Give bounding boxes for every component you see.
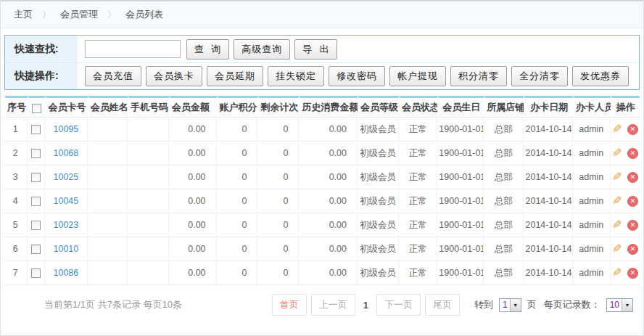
quick-search-input[interactable]: [85, 40, 181, 58]
quick-action-button[interactable]: 发优惠券: [572, 66, 629, 86]
cell-points: 0: [217, 237, 258, 261]
card-number-link[interactable]: 10086: [54, 268, 79, 278]
cell-phone: [128, 189, 169, 213]
cell-operator: admin: [573, 213, 611, 237]
quick-action-button[interactable]: 会员换卡: [146, 66, 202, 86]
edit-icon[interactable]: ✎: [612, 267, 622, 279]
cell-store: 总部: [484, 237, 524, 261]
card-number-link[interactable]: 10023: [54, 220, 79, 230]
cell-birthday: 1900-01-01: [437, 237, 484, 261]
goto-label: 转到: [474, 298, 493, 311]
delete-icon[interactable]: ✕: [627, 220, 638, 231]
row-checkbox[interactable]: [31, 197, 41, 206]
quick-action-button[interactable]: 挂失锁定: [268, 66, 324, 86]
cell-level: 初级会员: [358, 213, 399, 237]
delete-icon[interactable]: ✕: [627, 196, 638, 207]
search-action-button[interactable]: 导 出: [294, 39, 337, 60]
delete-icon[interactable]: ✕: [627, 268, 638, 279]
search-action-button[interactable]: 高级查询: [234, 39, 290, 60]
card-number-link[interactable]: 10045: [54, 196, 79, 206]
quick-action-button[interactable]: 会员延期: [207, 66, 263, 86]
member-table: 序号会员卡号会员姓名手机号码会员金额账户积分剩余计次历史消费金额会员等级会员状态…: [4, 96, 640, 285]
table-row: 7100860.00000.00初级会员正常1900-01-01总部2014-1…: [4, 261, 640, 285]
card-number-link[interactable]: 10025: [54, 172, 79, 182]
cell-name: [88, 142, 128, 165]
delete-icon[interactable]: ✕: [627, 172, 638, 183]
last-page-button[interactable]: 尾页: [425, 294, 460, 316]
select-all-checkbox[interactable]: [32, 104, 41, 113]
edit-icon[interactable]: ✎: [612, 243, 622, 255]
cell-birthday: 1900-01-01: [437, 189, 484, 213]
breadcrumb-item[interactable]: 会员管理: [60, 8, 98, 21]
col-header-card: 会员卡号: [45, 96, 88, 118]
quick-action-button[interactable]: 会员充值: [85, 66, 141, 86]
quick-action-button[interactable]: 积分清零: [450, 66, 507, 86]
card-number-link[interactable]: 10068: [54, 148, 79, 158]
cell-history: 0.00: [299, 118, 358, 142]
cell-points: 0: [217, 165, 258, 189]
cell-operator: admin: [573, 165, 611, 189]
cell-phone: [128, 142, 169, 165]
table-footer: 当前第1/1页 共7条记录 每页10条 首页 上一页 1 下一页 尾页 转到 1…: [4, 294, 635, 316]
breadcrumb-separator: 〉: [107, 9, 116, 21]
chevron-down-icon: ▼: [510, 299, 521, 311]
cell-name: [88, 237, 128, 261]
cell-history: 0.00: [299, 261, 358, 285]
cell-birthday: 1900-01-01: [437, 213, 484, 237]
pagesize-select[interactable]: 10 ▼: [606, 298, 633, 312]
quick-search-label: 快速查找:: [5, 36, 78, 62]
row-checkbox[interactable]: [31, 149, 41, 158]
cell-times: 0: [257, 237, 299, 261]
cell-birthday: 1900-01-01: [437, 142, 484, 165]
cell-name: [88, 213, 128, 237]
edit-icon[interactable]: ✎: [612, 219, 622, 231]
col-header-history: 历史消费金额: [299, 96, 358, 118]
delete-icon[interactable]: ✕: [627, 124, 638, 135]
cell-open_date: 2014-10-14: [524, 261, 572, 285]
row-checkbox[interactable]: [31, 221, 41, 230]
pagination: 首页 上一页 1 下一页 尾页 转到 1 ▼ 页 每页记录数： 10 ▼: [272, 294, 635, 316]
next-page-button[interactable]: 下一页: [376, 294, 421, 316]
first-page-button[interactable]: 首页: [272, 294, 307, 316]
cell-times: 0: [257, 261, 299, 285]
cell-name: [88, 165, 128, 189]
col-header-times: 剩余计次: [257, 96, 299, 118]
cell-status: 正常: [399, 213, 437, 237]
breadcrumb-item[interactable]: 会员列表: [125, 8, 163, 21]
cell-open_date: 2014-10-14: [524, 142, 572, 165]
cell-status: 正常: [399, 237, 437, 261]
edit-icon[interactable]: ✎: [612, 195, 622, 207]
row-checkbox-cell: [28, 165, 46, 189]
cell-amount: 0.00: [169, 142, 217, 165]
cell-name: [88, 261, 128, 285]
quick-action-button[interactable]: 帐户提现: [389, 66, 446, 86]
edit-icon[interactable]: ✎: [612, 147, 622, 159]
card-number-link[interactable]: 10010: [54, 244, 79, 254]
row-checkbox[interactable]: [31, 269, 41, 278]
edit-icon[interactable]: ✎: [612, 171, 622, 183]
goto-suffix: 页: [527, 298, 537, 311]
quick-action-button[interactable]: 全分清零: [511, 66, 568, 86]
cell-points: 0: [217, 189, 258, 213]
card-number-link[interactable]: 10095: [54, 124, 79, 134]
cell-no: 4: [4, 189, 28, 213]
cell-status: 正常: [399, 189, 437, 213]
cell-times: 0: [257, 189, 299, 213]
edit-icon[interactable]: ✎: [612, 123, 622, 135]
row-checkbox[interactable]: [31, 125, 41, 134]
delete-icon[interactable]: ✕: [627, 148, 638, 159]
delete-icon[interactable]: ✕: [627, 244, 638, 255]
goto-page-select[interactable]: 1 ▼: [499, 298, 521, 312]
prev-page-button[interactable]: 上一页: [311, 294, 355, 316]
cell-operator: admin: [573, 261, 611, 285]
cell-no: 5: [4, 213, 28, 237]
table-header-row: 序号会员卡号会员姓名手机号码会员金额账户积分剩余计次历史消费金额会员等级会员状态…: [4, 96, 640, 118]
cell-name: [88, 189, 128, 213]
quick-action-button[interactable]: 修改密码: [329, 66, 385, 86]
quick-actions-label: 快捷操作:: [5, 63, 78, 89]
breadcrumb-item[interactable]: 主页: [14, 8, 33, 21]
row-checkbox[interactable]: [31, 173, 41, 182]
row-checkbox[interactable]: [31, 245, 41, 254]
quick-actions-content: 会员充值会员换卡会员延期挂失锁定修改密码帐户提现积分清零全分清零发优惠券: [78, 63, 639, 89]
search-action-button[interactable]: 查 询: [186, 39, 229, 60]
